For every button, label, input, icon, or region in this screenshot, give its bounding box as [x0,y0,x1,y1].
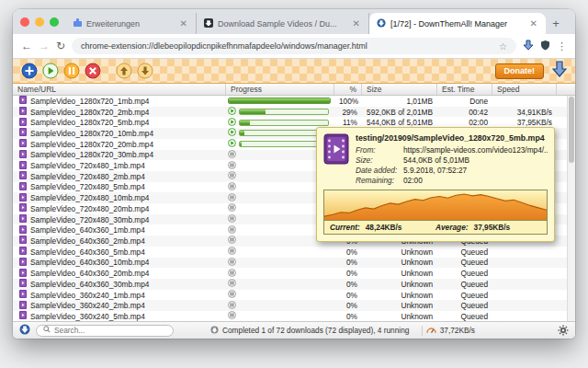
row-size: Unknown [362,280,437,289]
shield-extension-icon[interactable] [540,38,550,54]
row-est-time: Queued [437,280,492,289]
paused-state-icon [228,203,236,213]
row-name-cell: SampleVideo_1280x720_30mb.mp4 [13,150,226,160]
file-name: SampleVideo_360x240_5mb.mp4 [30,312,145,321]
row-progress-cell [226,98,334,104]
table-row[interactable]: SampleVideo_640x360_5mb.mp40%UnknownQueu… [13,247,575,258]
close-tab-icon[interactable]: ✕ [179,19,188,29]
status-bar: Completed 1 of 72 downloads (72 displaye… [13,321,575,339]
file-name: SampleVideo_1280x720_2mb.mp4 [30,108,149,117]
running-state-icon [228,118,236,128]
column-header-name[interactable]: Name/URL [13,84,226,95]
speed-gauge-icon [426,325,436,336]
paused-state-icon [228,161,236,171]
row-percent: 0% [334,280,362,289]
vertical-scrollbar[interactable] [567,96,575,322]
video-file-icon [19,128,27,138]
minimize-window-button[interactable] [35,17,44,27]
table-row[interactable]: SampleVideo_640x360_10mb.mp40%UnknownQue… [13,258,575,269]
zoom-window-button[interactable] [50,17,59,27]
file-name: SampleVideo_720x480_10mb.mp4 [30,193,149,202]
current-speed-label: Current: [330,223,360,232]
video-file-icon [19,247,27,257]
donate-button[interactable]: Donate! [495,63,545,79]
tooltip-field-value: 02:00 [403,176,548,185]
row-size: 592,0KB of 2,01MB [362,108,437,117]
omnibox[interactable]: chrome-extension://dlebeopilopdicnpikefh… [72,38,516,54]
tab-extensions[interactable]: Erweiterungen ✕ [66,13,197,34]
chrome-menu-icon[interactable]: ⋮ [557,40,567,52]
table-row[interactable]: SampleVideo_1280x720_1mb.mp4100%1,01MBDo… [13,96,575,107]
paused-state-icon [228,301,236,311]
paused-state-icon [228,214,236,224]
file-name: SampleVideo_1280x720_20mb.mp4 [30,140,153,149]
file-name: SampleVideo_720x480_20mb.mp4 [30,204,149,213]
reload-icon[interactable]: ↻ [56,40,65,52]
url-text: chrome-extension://dlebeopilopdicnpikefh… [81,41,493,51]
row-size: 1,01MB [362,97,437,106]
search-box[interactable] [36,325,174,337]
scrollbar-thumb[interactable] [569,97,574,163]
row-name-cell: SampleVideo_360x240_5mb.mp4 [13,311,226,321]
table-row[interactable]: SampleVideo_640x360_20mb.mp40%UnknownQue… [13,268,575,279]
address-bar: ← → ↻ chrome-extension://dlebeopilopdicn… [13,34,575,59]
search-input[interactable] [54,326,166,335]
video-file-icon [19,258,27,268]
row-percent: 0% [334,269,362,278]
cancel-button[interactable] [85,63,101,79]
file-name: SampleVideo_720x480_5mb.mp4 [30,182,145,191]
table-row[interactable]: SampleVideo_1280x720_2mb.mp429%592,0KB o… [13,107,575,118]
file-name: SampleVideo_360x240_1mb.mp4 [30,291,145,300]
table-row[interactable]: SampleVideo_640x360_30mb.mp40%UnknownQue… [13,279,575,290]
move-bottom-button[interactable] [137,63,153,79]
row-size: Unknown [362,301,437,310]
back-icon[interactable]: ← [21,40,32,52]
row-progress-cell [226,311,334,321]
row-est-time: Queued [437,258,492,267]
dta-extension-icon[interactable] [523,38,534,54]
column-header-esttime[interactable]: Est. Time [437,84,492,95]
bookmark-star-icon[interactable]: ☆ [499,41,507,52]
row-est-time: Queued [437,291,492,300]
add-downloads-button[interactable] [21,63,38,79]
move-top-button[interactable] [116,63,132,79]
row-progress-cell [226,301,334,311]
row-progress-cell [226,269,334,279]
row-name-cell: SampleVideo_640x360_5mb.mp4 [13,247,226,257]
paused-state-icon [228,258,236,268]
column-header-percent[interactable]: % [334,84,362,95]
video-file-icon [19,150,27,160]
new-tab-button[interactable]: + [546,13,566,34]
tab-sample-videos[interactable]: Download Sample Videos / Du... ✕ [197,13,369,34]
table-row[interactable]: SampleVideo_360x240_5mb.mp40%UnknownQueu… [13,311,575,322]
close-window-button[interactable] [20,17,29,27]
close-tab-icon[interactable]: ✕ [352,19,361,29]
row-name-cell: SampleVideo_360x240_2mb.mp4 [13,301,226,311]
row-est-time: Queued [437,301,492,310]
dta-toolbar: Donate! [13,59,575,84]
row-name-cell: SampleVideo_720x480_30mb.mp4 [13,214,226,224]
tab-dta-manager[interactable]: [1/72] - DownThemAll! Manager ✕ [369,13,546,34]
window-controls [20,9,59,34]
row-est-time: 00:42 [437,108,492,117]
video-file-icon [19,182,27,192]
row-name-cell: SampleVideo_1280x720_2mb.mp4 [13,107,226,117]
column-header-size[interactable]: Size [362,84,437,95]
file-name: SampleVideo_720x480_2mb.mp4 [30,172,145,181]
column-header-progress[interactable]: Progress [226,84,334,95]
tooltip-field-value: https://sample-videos.com/video123/mp4/.… [403,145,548,155]
paused-state-icon [228,247,236,257]
speed-graph [324,190,547,220]
settings-gear-icon[interactable] [558,325,569,338]
resume-button[interactable] [42,63,59,79]
pause-button[interactable] [63,63,80,79]
search-icon [43,326,51,335]
progress-bar [228,98,331,104]
table-row[interactable]: SampleVideo_360x240_1mb.mp40%UnknownQueu… [13,290,575,301]
row-est-time: 02:00 [437,118,492,127]
close-tab-icon[interactable]: ✕ [529,19,538,29]
row-name-cell: SampleVideo_1280x720_1mb.mp4 [13,96,226,106]
file-name: SampleVideo_640x360_1mb.mp4 [30,225,145,235]
column-header-speed[interactable]: Speed [492,84,557,95]
table-row[interactable]: SampleVideo_360x240_2mb.mp40%UnknownQueu… [13,300,575,311]
